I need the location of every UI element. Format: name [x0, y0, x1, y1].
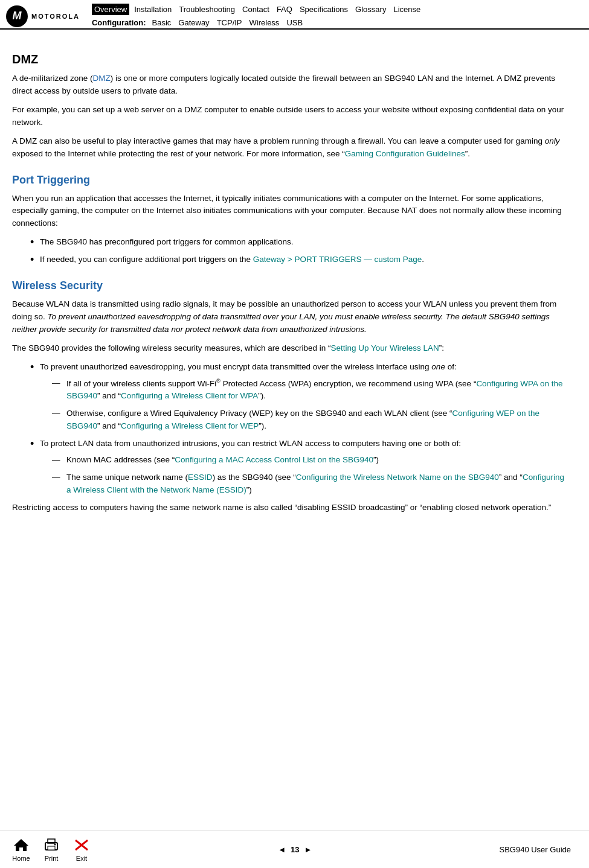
exit-label: Exit — [76, 855, 87, 862]
essid-link[interactable]: ESSID — [188, 473, 213, 482]
nav-troubleshooting[interactable]: Troubleshooting — [176, 4, 237, 15]
nav-specifications[interactable]: Specifications — [297, 4, 350, 15]
footer: Home Print Exit ◄ 1 — [0, 831, 589, 868]
ws-sub1: If all of your wireless clients support … — [52, 377, 571, 403]
home-icon — [12, 837, 30, 853]
ws-sublist1: If all of your wireless clients support … — [52, 377, 571, 433]
wireless-security-final-para: Restricting access to computers having t… — [12, 502, 571, 514]
wireless-security-title: Wireless Security — [12, 279, 571, 292]
config-wireless-network-name-link[interactable]: Configuring the Wireless Network Name on… — [296, 473, 499, 482]
dmz-link[interactable]: DMZ — [93, 74, 111, 83]
nav-wireless[interactable]: Wireless — [247, 17, 282, 28]
ws-bullet1: To prevent unauthorized eavesdropping, y… — [30, 361, 571, 433]
home-button[interactable]: Home — [12, 837, 30, 862]
wireless-security-para2: The SBG940 provides the following wirele… — [12, 342, 571, 355]
logo-area: M MOTOROLA — [6, 5, 80, 27]
bullet-item-2: If needed, you can configure additional … — [30, 254, 571, 266]
dmz-section: DMZ A de-militarized zone (DMZ) is one o… — [12, 53, 571, 161]
footer-center: ◄ 13 ► — [278, 845, 312, 854]
ws-sub2: Otherwise, configure a Wired Equivalency… — [52, 407, 571, 433]
port-triggering-para1: When you run an application that accesse… — [12, 193, 571, 231]
print-icon — [42, 837, 60, 853]
dmz-para2: For example, you can set up a web server… — [12, 104, 571, 129]
logo-letter: M — [13, 10, 22, 22]
page-back-arrow[interactable]: ◄ — [278, 845, 286, 854]
dmz-para1: A de-militarized zone (DMZ) is one or mo… — [12, 72, 571, 98]
footer-left: Home Print Exit — [12, 837, 91, 862]
config-wireless-client-wpa-link[interactable]: Configuring a Wireless Client for WPA — [121, 391, 258, 400]
svg-rect-2 — [48, 846, 55, 850]
ws-sublist2: Known MAC addresses (see “Configuring a … — [52, 454, 571, 497]
page-forward-arrow[interactable]: ► — [304, 845, 312, 854]
gaming-config-link[interactable]: Gaming Configuration Guidelines — [345, 149, 465, 158]
svg-point-4 — [54, 844, 56, 846]
ws-sub3: Known MAC addresses (see “Configuring a … — [52, 454, 571, 467]
nav-usb[interactable]: USB — [284, 17, 305, 28]
guide-title: SBG940 User Guide — [499, 845, 571, 854]
nav-overview[interactable]: Overview — [92, 4, 129, 15]
header: M MOTOROLA Overview Installation Trouble… — [0, 0, 589, 30]
main-content: DMZ A de-militarized zone (DMZ) is one o… — [0, 30, 589, 532]
brand-name: MOTOROLA — [31, 13, 80, 20]
setting-up-wireless-lan-link[interactable]: Setting Up Your Wireless LAN — [331, 343, 439, 353]
page-number: 13 — [291, 845, 299, 854]
motorola-logo: M — [6, 5, 28, 27]
nav-license[interactable]: License — [391, 4, 423, 15]
exit-icon — [72, 837, 91, 853]
print-button[interactable]: Print — [42, 837, 60, 862]
port-triggering-bullets: The SBG940 has preconfigured port trigge… — [30, 236, 571, 266]
port-triggering-title: Port Triggering — [12, 174, 571, 187]
nav-contact[interactable]: Contact — [240, 4, 272, 15]
nav-tcpip[interactable]: TCP/IP — [214, 17, 245, 28]
config-wireless-client-wep-link[interactable]: Configuring a Wireless Client for WEP — [121, 421, 259, 430]
exit-button[interactable]: Exit — [72, 837, 91, 862]
port-triggering-section: Port Triggering When you run an applicat… — [12, 174, 571, 267]
gateway-port-triggers-link[interactable]: Gateway > PORT TRIGGERS — custom Page — [253, 255, 422, 264]
nav-row2: Configuration: Basic Gateway TCP/IP Wire… — [92, 17, 583, 28]
dmz-para3: A DMZ can also be useful to play interac… — [12, 135, 571, 161]
wireless-security-bullets: To prevent unauthorized eavesdropping, y… — [30, 361, 571, 497]
nav-row1: Overview Installation Troubleshooting Co… — [92, 4, 583, 15]
wireless-security-section: Wireless Security Because WLAN data is t… — [12, 279, 571, 514]
nav-basic[interactable]: Basic — [150, 17, 174, 28]
nav-glossary[interactable]: Glossary — [353, 4, 388, 15]
nav-area: Overview Installation Troubleshooting Co… — [92, 4, 583, 28]
nav-gateway[interactable]: Gateway — [176, 17, 211, 28]
dmz-title: DMZ — [12, 53, 571, 66]
home-label: Home — [12, 855, 30, 862]
nav-installation[interactable]: Installation — [132, 4, 174, 15]
config-label: Configuration: — [92, 18, 146, 27]
print-label: Print — [45, 855, 59, 862]
bullet-item-1: The SBG940 has preconfigured port trigge… — [30, 236, 571, 249]
wireless-security-para1: Because WLAN data is transmitted using r… — [12, 298, 571, 336]
svg-marker-0 — [14, 839, 28, 851]
ws-sub4: The same unique network name (ESSID) as … — [52, 471, 571, 497]
nav-faq[interactable]: FAQ — [274, 4, 295, 15]
ws-bullet2: To protect LAN data from unauthorized in… — [30, 438, 571, 497]
config-mac-acl-link[interactable]: Configuring a MAC Access Control List on… — [175, 455, 373, 464]
